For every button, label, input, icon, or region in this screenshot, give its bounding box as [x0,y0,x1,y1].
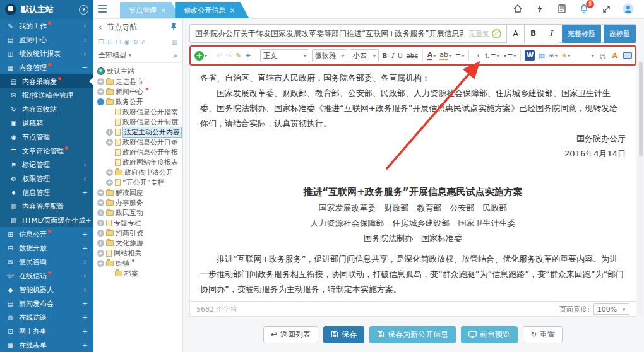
expand-plus-icon[interactable]: + [82,286,88,294]
site-switcher[interactable]: 默认主站 ▾ [0,0,93,19]
document-body[interactable]: 各省、自治区、直辖市人民政府，国务院各部委、各直属机构： 国家发展改革委、财政部… [189,66,636,302]
sidebar-item-html-cache[interactable]: ▧ HTML/页面缓存生成 + [0,213,93,227]
save-as-new-button[interactable]: 保存为新公开信息 [369,326,456,343]
sidebar-item-push-manuscript[interactable]: ✉ 报/推送稿件管理 [0,88,93,102]
expand-icon[interactable]: + [106,179,113,186]
strikethrough-icon[interactable]: abc [406,52,419,59]
sidebar-item-comment-management[interactable]: ☰ 文章评论管理 [0,144,93,158]
font-size-select[interactable]: 小四▾ [350,49,379,62]
format-painter-icon[interactable]: ✎ [235,52,242,60]
expand-plus-icon[interactable]: + [82,258,88,266]
font-family-select[interactable]: 微软雅▾ [312,49,347,62]
tree-node-selected[interactable]: +法定主动公开内容 [95,127,181,137]
title-italic-button[interactable]: I [542,25,559,43]
word-import-icon[interactable]: W [525,50,535,61]
sidebar-item-monitor-center[interactable]: ▤ 监测中心 + [0,33,93,47]
pin-icon[interactable] [170,23,177,32]
close-icon[interactable]: × [229,6,235,15]
expand-plus-icon[interactable]: + [82,300,88,308]
sidebar-item-online-petition[interactable]: ☏ 在线信访 + [0,269,93,283]
full-title-button[interactable]: 完整标题 [562,25,601,43]
sidebar-item-permission-management[interactable]: ⚙ 权限管理 + [0,172,93,185]
tree-node[interactable]: +走进县市 [95,76,181,86]
tree-node[interactable]: 档案 [95,268,181,278]
bullet-list-icon[interactable]: •≡▾ [503,52,517,60]
sidebar-item-content-editing[interactable]: ▤ 内容采编发 [0,74,93,88]
tree-node[interactable]: +新闻中心 [95,86,181,97]
sidebar-item-info-management[interactable]: ♦ 信息管理 + [0,185,93,199]
tree-node[interactable]: 政府网站年度报表 [95,157,181,167]
expand-plus-icon[interactable]: + [82,161,88,169]
user-avatar[interactable] [623,3,634,15]
collapse-panel-icon[interactable]: ‹ [98,22,102,32]
expand-icon[interactable]: + [97,230,104,237]
tree-node[interactable]: 政府信息公开制度 [95,117,181,127]
redo-icon[interactable]: ↷ [225,52,232,60]
sidebar-item-online-service[interactable]: ⊡ 网上办事 + [0,324,93,338]
expand-plus-icon[interactable]: + [82,36,88,44]
tree-node[interactable]: +办事服务 [95,197,181,208]
paragraph-style-select[interactable]: 正文▾ [260,49,309,62]
site-view-icon[interactable]: ◉ [124,38,130,45]
tree-node[interactable]: +解读回应 [95,187,181,197]
format-brush-icon[interactable]: ✳▾ [561,52,571,60]
article-title-input[interactable] [195,29,463,38]
sidebar-item-robot[interactable]: ◆ 智能机器人 + [0,283,93,296]
reset-button[interactable]: ↻ 重置 [523,326,563,343]
scrollbar-thumb[interactable] [639,62,643,156]
expand-plus-icon[interactable]: + [82,341,88,349]
more-tools-icon[interactable]: ▾ [592,53,594,59]
panel-layout-icon[interactable]: ▥ [172,38,177,45]
sidebar-item-content-management[interactable]: ▦ 内容管理 − [0,61,93,74]
sidebar-item-performance-report[interactable]: ◫ 绩效统计报表 + [0,47,93,61]
sidebar-item-online-interview[interactable]: ◍ 在线访谈 + [0,310,93,324]
document-icon[interactable] [556,3,568,15]
link-icon[interactable]: ∞▾ [548,52,558,60]
sidebar-item-my-work[interactable]: ✎ 我的工作 + [0,19,93,33]
tree-node[interactable]: 政府信息公开指南 [95,107,181,117]
expand-plus-icon[interactable]: + [82,327,88,336]
sidebar-item-node-management[interactable]: ◉ 节点管理 [0,130,93,144]
expand-plus-icon[interactable]: + [82,230,88,238]
lightning-icon[interactable] [534,3,546,15]
tree-node[interactable]: +招商引资 [95,228,181,238]
tab-node-management[interactable]: 节点管理 × [120,2,180,18]
tree-node[interactable]: +网站相关 [95,248,181,258]
tree-node[interactable]: +政府信息公开目录 [95,137,181,147]
preview-button[interactable]: 前台预览 [461,326,518,343]
expand-plus-icon[interactable]: + [82,272,88,280]
sidebar-item-data-open[interactable]: ⊟ 数据开放 + [0,241,93,255]
expand-icon[interactable]: + [97,220,104,226]
expand-plus-icon[interactable]: + [82,314,88,322]
clear-format-icon[interactable]: ✒ [245,52,252,60]
ordered-list-icon[interactable]: ⒈≡▾ [482,51,499,61]
bell-icon[interactable]: 8 [578,3,590,15]
sidebar-item-recycle-bin[interactable]: ↻ 内容回收站 [0,102,93,116]
sidebar-item-press-conference[interactable]: ▤ 新闻发布会 + [0,296,93,310]
expand-arrows-icon[interactable] [600,3,612,15]
collapse-minus-icon[interactable]: − [82,64,88,72]
tree-node[interactable]: +文化旅游 [95,238,181,248]
chevron-down-icon[interactable]: ▾ [79,5,88,15]
back-to-list-button[interactable]: ↩ 返回列表 [263,326,318,343]
highlight-color-icon[interactable]: ab▾ [439,51,452,60]
expand-icon[interactable]: + [106,169,113,176]
indent-icon[interactable]: → [473,52,480,60]
expand-icon[interactable]: + [97,78,104,85]
insert-button[interactable]: +▾ [194,51,208,61]
tree-node[interactable]: +街镇 [95,258,181,268]
expand-icon[interactable]: + [97,199,104,206]
model-filter-select[interactable]: 全部模型 [98,50,126,60]
align-icon[interactable]: ≡▾ [455,52,465,60]
expand-icon[interactable]: + [97,88,104,95]
sidebar-item-online-form[interactable]: ▦ 在线表单 + [0,338,93,352]
expand-icon[interactable]: + [106,139,113,146]
expand-plus-icon[interactable]: + [82,175,88,183]
title-color-button[interactable]: A [506,25,524,43]
page-width-select[interactable]: 100% ∨ [593,303,629,315]
tab-edit-public-info[interactable]: 修改公开信息 × [175,2,249,18]
expand-icon[interactable]: + [97,209,104,216]
tree-node[interactable]: +专题专栏 [95,218,181,228]
expand-plus-icon[interactable]: + [82,22,88,30]
paste-plain-icon[interactable]: ▤ [537,52,545,60]
